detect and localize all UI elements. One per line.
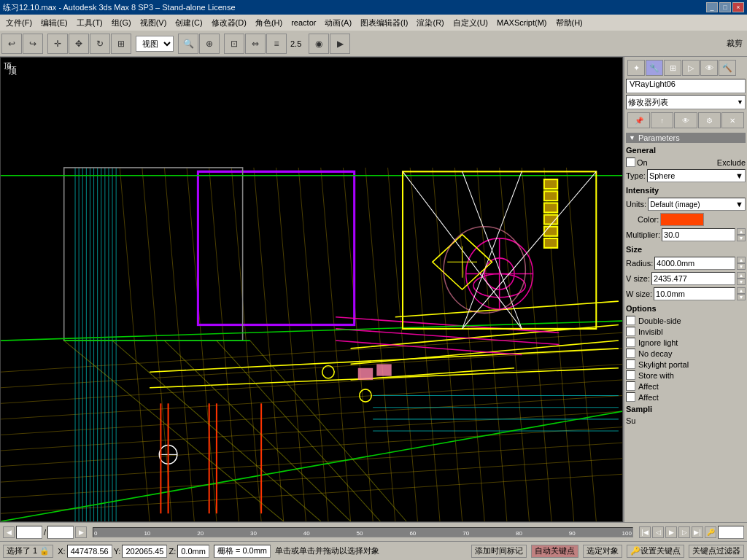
mod-config-button[interactable]: ⚙ bbox=[698, 112, 721, 128]
mod-up-button[interactable]: ↑ bbox=[651, 112, 673, 128]
zoom-all-button[interactable]: ⊕ bbox=[199, 34, 220, 54]
total-frame-field[interactable]: 100 bbox=[47, 526, 74, 539]
double-side-checkbox[interactable] bbox=[626, 316, 635, 325]
wsize-value[interactable]: 10.0mm bbox=[654, 287, 735, 300]
mirror-button[interactable]: ⇔ bbox=[245, 34, 266, 54]
align-button[interactable]: ≡ bbox=[266, 34, 287, 54]
key-filter-btn[interactable]: 关键点过滤器 bbox=[689, 545, 744, 558]
menu-views[interactable]: 视图(V) bbox=[136, 16, 171, 30]
zoom-button[interactable]: 🔍 bbox=[178, 34, 198, 54]
add-time-label-btn[interactable]: 添加时间标记 bbox=[471, 545, 527, 558]
key-mode-button[interactable]: 🔑 bbox=[705, 526, 716, 538]
scene-canvas: 顶 bbox=[1, 58, 622, 521]
vsize-up[interactable]: ▲ bbox=[737, 272, 746, 279]
multiplier-down[interactable]: ▼ bbox=[737, 235, 746, 241]
menu-maxscript[interactable]: MAXScript(M) bbox=[492, 17, 551, 28]
wsize-down[interactable]: ▼ bbox=[737, 294, 746, 300]
select-button[interactable]: ✛ bbox=[47, 34, 68, 54]
wsize-up[interactable]: ▲ bbox=[737, 287, 746, 294]
store-with-checkbox[interactable] bbox=[626, 370, 635, 380]
menu-create[interactable]: 创建(C) bbox=[171, 16, 206, 30]
dropdown-arrow-icon: ▼ bbox=[737, 98, 743, 106]
timeline-next-button[interactable]: ▶ bbox=[75, 526, 87, 538]
skylight-portal-checkbox[interactable] bbox=[626, 359, 635, 369]
rp-icon-utilities[interactable]: 🔨 bbox=[719, 60, 736, 76]
radius-up[interactable]: ▲ bbox=[737, 257, 746, 263]
frame-rate-field[interactable]: 830 bbox=[718, 526, 744, 539]
mod-pin-button[interactable]: 📌 bbox=[627, 112, 650, 128]
radius-down[interactable]: ▼ bbox=[737, 263, 746, 270]
sampling-sub-label: Su bbox=[626, 416, 635, 425]
menu-reactor[interactable]: reactor bbox=[287, 17, 320, 28]
ignore-light-checkbox[interactable]: ✓ bbox=[626, 338, 635, 347]
go-start-button[interactable]: |◀ bbox=[639, 526, 651, 538]
rp-icon-modify[interactable]: 🔧 bbox=[646, 60, 663, 76]
mod-delete-button[interactable]: ✕ bbox=[721, 112, 744, 128]
menu-file[interactable]: 文件(F) bbox=[1, 16, 36, 30]
step-fwd-button[interactable]: ▷ bbox=[678, 526, 690, 538]
no-decay-checkbox[interactable] bbox=[626, 349, 635, 358]
menu-character[interactable]: 角色(H) bbox=[251, 16, 287, 30]
ignore-light-label: Ignore light bbox=[638, 338, 678, 347]
rotate-button[interactable]: ↻ bbox=[90, 34, 110, 54]
menu-modifier[interactable]: 修改器(D) bbox=[207, 16, 251, 30]
units-dropdown[interactable]: Default (image) ▼ bbox=[648, 198, 746, 211]
radius-value[interactable]: 4000.0mm bbox=[654, 257, 735, 270]
timeline-prev-button[interactable]: ◀ bbox=[3, 526, 15, 538]
menu-group[interactable]: 组(G) bbox=[107, 16, 136, 30]
scale-button[interactable]: ⊞ bbox=[111, 34, 131, 54]
multiplier-up[interactable]: ▲ bbox=[737, 228, 746, 235]
parameters-section-header[interactable]: ▼ Parameters bbox=[626, 133, 746, 143]
menu-customize[interactable]: 自定义(U) bbox=[449, 16, 492, 30]
type-dropdown[interactable]: Sphere ▼ bbox=[647, 169, 746, 182]
undo-button[interactable]: ↩ bbox=[1, 34, 22, 54]
menu-tools[interactable]: 工具(T) bbox=[72, 16, 107, 30]
timeline-track[interactable]: 0 10 20 30 40 50 60 70 80 90 100 bbox=[93, 527, 633, 537]
tick-20: 20 bbox=[196, 530, 204, 537]
render-button[interactable]: ▶ bbox=[330, 34, 350, 54]
multiplier-value[interactable]: 30.0 bbox=[662, 228, 735, 241]
menu-animation[interactable]: 动画(A) bbox=[320, 16, 356, 30]
menu-help[interactable]: 帮助(H) bbox=[551, 16, 587, 30]
go-end-button[interactable]: ▶| bbox=[692, 526, 703, 538]
viewport-label: 顶 bbox=[4, 61, 12, 71]
vsize-value[interactable]: 2435.477 bbox=[651, 272, 735, 285]
object-name-field[interactable]: VRayLight06 bbox=[626, 79, 746, 93]
rp-icon-display[interactable]: 👁 bbox=[700, 60, 718, 76]
auto-key-btn[interactable]: 自动关键点 bbox=[531, 545, 578, 558]
snap-button[interactable]: ⊡ bbox=[224, 34, 244, 54]
invisible-checkbox[interactable]: ✓ bbox=[626, 327, 635, 336]
move-button[interactable]: ✥ bbox=[69, 34, 89, 54]
material-button[interactable]: ◉ bbox=[309, 34, 329, 54]
vsize-label: V size: bbox=[626, 274, 650, 283]
rp-icon-motion[interactable]: ▷ bbox=[682, 60, 700, 76]
affect2-checkbox[interactable] bbox=[626, 392, 635, 402]
rp-icon-create[interactable]: ✦ bbox=[627, 60, 645, 76]
rp-icon-hierarchy[interactable]: ⊞ bbox=[664, 60, 681, 76]
close-button[interactable]: × bbox=[732, 2, 744, 12]
step-back-button[interactable]: ◁ bbox=[652, 526, 664, 538]
restore-button[interactable]: □ bbox=[719, 2, 731, 12]
play-button[interactable]: ▶ bbox=[665, 526, 677, 538]
color-swatch[interactable] bbox=[660, 213, 704, 226]
redo-button[interactable]: ↪ bbox=[23, 34, 43, 54]
affect1-checkbox[interactable]: ✓ bbox=[626, 381, 635, 391]
z-field[interactable]: 0.0mm bbox=[177, 545, 209, 558]
menu-graph-editor[interactable]: 图表编辑器(I) bbox=[356, 16, 412, 30]
radius-spinner: ▲ ▼ bbox=[737, 257, 746, 270]
affect2-row: Affect bbox=[626, 392, 746, 402]
select-object-btn[interactable]: 选定对象 bbox=[583, 545, 622, 558]
x-field[interactable]: 447478.56 bbox=[67, 545, 112, 558]
set-key-btn[interactable]: 🔑 设置关键点 bbox=[627, 545, 684, 558]
on-checkbox[interactable]: ✓ bbox=[626, 158, 635, 167]
minimize-button[interactable]: _ bbox=[706, 2, 718, 12]
y-field[interactable]: 202065.45 bbox=[122, 545, 167, 558]
menu-edit[interactable]: 编辑(E) bbox=[36, 16, 72, 30]
current-frame-field[interactable]: 0 bbox=[16, 526, 42, 539]
menu-render[interactable]: 渲染(R) bbox=[412, 16, 448, 30]
mod-show-button[interactable]: 👁 bbox=[674, 112, 697, 128]
viewport[interactable]: 顶 bbox=[0, 57, 623, 522]
vsize-down[interactable]: ▼ bbox=[737, 279, 746, 285]
modifier-list-dropdown[interactable]: 修改器列表 ▼ bbox=[626, 95, 746, 109]
view-dropdown[interactable]: 视图 bbox=[136, 36, 174, 52]
